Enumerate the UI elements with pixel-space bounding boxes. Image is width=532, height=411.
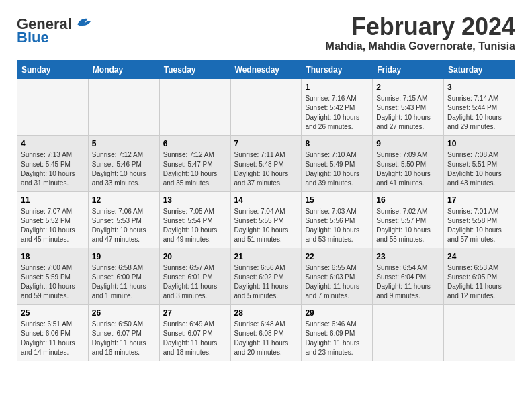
calendar-cell: 10Sunrise: 7:08 AM Sunset: 5:51 PM Dayli…	[444, 135, 515, 191]
day-info: Sunrise: 6:49 AM Sunset: 6:07 PM Dayligh…	[163, 320, 227, 357]
calendar-week-row: 18Sunrise: 7:00 AM Sunset: 5:59 PM Dayli…	[17, 248, 515, 304]
page-title: February 2024	[326, 13, 515, 40]
day-info: Sunrise: 7:09 AM Sunset: 5:50 PM Dayligh…	[376, 150, 440, 188]
day-number: 26	[92, 308, 156, 318]
day-number: 2	[376, 83, 440, 92]
calendar-cell: 15Sunrise: 7:03 AM Sunset: 5:56 PM Dayli…	[302, 191, 373, 248]
calendar-week-row: 11Sunrise: 7:07 AM Sunset: 5:52 PM Dayli…	[17, 191, 515, 248]
calendar-cell	[159, 79, 230, 135]
calendar-cell: 7Sunrise: 7:11 AM Sunset: 5:48 PM Daylig…	[230, 135, 302, 191]
day-info: Sunrise: 7:02 AM Sunset: 5:57 PM Dayligh…	[376, 207, 440, 244]
day-info: Sunrise: 7:06 AM Sunset: 5:53 PM Dayligh…	[92, 207, 156, 244]
calendar-cell: 20Sunrise: 6:57 AM Sunset: 6:01 PM Dayli…	[159, 248, 230, 304]
day-number: 19	[92, 252, 156, 261]
calendar-cell: 24Sunrise: 6:53 AM Sunset: 6:05 PM Dayli…	[444, 248, 515, 304]
calendar-cell: 23Sunrise: 6:54 AM Sunset: 6:04 PM Dayli…	[373, 248, 444, 304]
day-number: 14	[234, 195, 298, 205]
calendar-header-row: SundayMondayTuesdayWednesdayThursdayFrid…	[17, 60, 515, 79]
calendar-header-tuesday: Tuesday	[159, 60, 230, 79]
calendar-week-row: 25Sunrise: 6:51 AM Sunset: 6:06 PM Dayli…	[17, 304, 515, 361]
page-header: General Blue February 2024 Mahdia, Mahdi…	[17, 13, 515, 52]
day-info: Sunrise: 7:12 AM Sunset: 5:47 PM Dayligh…	[163, 150, 227, 188]
title-block: February 2024 Mahdia, Mahdia Governorate…	[326, 13, 515, 52]
day-number: 15	[305, 195, 369, 205]
calendar-cell: 12Sunrise: 7:06 AM Sunset: 5:53 PM Dayli…	[88, 191, 159, 248]
calendar-cell: 4Sunrise: 7:13 AM Sunset: 5:45 PM Daylig…	[17, 135, 89, 191]
day-info: Sunrise: 6:55 AM Sunset: 6:03 PM Dayligh…	[305, 263, 369, 301]
calendar-cell: 9Sunrise: 7:09 AM Sunset: 5:50 PM Daylig…	[373, 135, 444, 191]
day-number: 9	[376, 139, 440, 148]
calendar-cell: 21Sunrise: 6:56 AM Sunset: 6:02 PM Dayli…	[230, 248, 302, 304]
calendar-cell: 25Sunrise: 6:51 AM Sunset: 6:06 PM Dayli…	[17, 304, 89, 361]
calendar-table: SundayMondayTuesdayWednesdayThursdayFrid…	[17, 60, 515, 361]
calendar-cell: 1Sunrise: 7:16 AM Sunset: 5:42 PM Daylig…	[302, 79, 373, 135]
day-info: Sunrise: 6:56 AM Sunset: 6:02 PM Dayligh…	[234, 263, 298, 301]
day-info: Sunrise: 7:15 AM Sunset: 5:43 PM Dayligh…	[376, 94, 440, 132]
calendar-cell: 14Sunrise: 7:04 AM Sunset: 5:55 PM Dayli…	[230, 191, 302, 248]
day-info: Sunrise: 6:54 AM Sunset: 6:04 PM Dayligh…	[376, 263, 440, 301]
day-info: Sunrise: 6:57 AM Sunset: 6:01 PM Dayligh…	[163, 263, 227, 301]
calendar-cell: 27Sunrise: 6:49 AM Sunset: 6:07 PM Dayli…	[159, 304, 230, 361]
day-info: Sunrise: 7:04 AM Sunset: 5:55 PM Dayligh…	[234, 207, 298, 244]
calendar-cell: 22Sunrise: 6:55 AM Sunset: 6:03 PM Dayli…	[302, 248, 373, 304]
calendar-header-saturday: Saturday	[444, 60, 515, 79]
calendar-header-sunday: Sunday	[17, 60, 89, 79]
day-number: 12	[92, 195, 156, 205]
day-info: Sunrise: 7:16 AM Sunset: 5:42 PM Dayligh…	[305, 94, 369, 132]
day-number: 21	[234, 252, 298, 261]
logo-line2: Blue	[17, 29, 49, 46]
day-number: 6	[163, 139, 227, 148]
calendar-cell: 16Sunrise: 7:02 AM Sunset: 5:57 PM Dayli…	[373, 191, 444, 248]
day-number: 25	[21, 308, 85, 318]
day-number: 11	[21, 195, 85, 205]
day-info: Sunrise: 7:12 AM Sunset: 5:46 PM Dayligh…	[92, 150, 156, 188]
day-number: 22	[305, 252, 369, 261]
day-number: 20	[163, 252, 227, 261]
logo: General Blue	[17, 16, 93, 46]
day-info: Sunrise: 7:00 AM Sunset: 5:59 PM Dayligh…	[21, 263, 85, 301]
calendar-week-row: 4Sunrise: 7:13 AM Sunset: 5:45 PM Daylig…	[17, 135, 515, 191]
day-info: Sunrise: 7:13 AM Sunset: 5:45 PM Dayligh…	[21, 150, 85, 188]
day-number: 7	[234, 139, 298, 148]
calendar-cell: 6Sunrise: 7:12 AM Sunset: 5:47 PM Daylig…	[159, 135, 230, 191]
day-info: Sunrise: 6:53 AM Sunset: 6:05 PM Dayligh…	[447, 263, 511, 301]
calendar-week-row: 1Sunrise: 7:16 AM Sunset: 5:42 PM Daylig…	[17, 79, 515, 135]
day-info: Sunrise: 6:58 AM Sunset: 6:00 PM Dayligh…	[92, 263, 156, 301]
calendar-cell	[444, 304, 515, 361]
day-number: 29	[305, 308, 369, 318]
day-number: 5	[92, 139, 156, 148]
day-info: Sunrise: 7:14 AM Sunset: 5:44 PM Dayligh…	[447, 94, 511, 132]
day-info: Sunrise: 7:07 AM Sunset: 5:52 PM Dayligh…	[21, 207, 85, 244]
day-info: Sunrise: 6:50 AM Sunset: 6:07 PM Dayligh…	[92, 320, 156, 357]
day-number: 17	[447, 195, 511, 205]
day-info: Sunrise: 7:08 AM Sunset: 5:51 PM Dayligh…	[447, 150, 511, 188]
calendar-header-friday: Friday	[373, 60, 444, 79]
day-number: 23	[376, 252, 440, 261]
calendar-header-wednesday: Wednesday	[230, 60, 302, 79]
page-subtitle: Mahdia, Mahdia Governorate, Tunisia	[326, 40, 515, 52]
calendar-header-thursday: Thursday	[302, 60, 373, 79]
day-number: 8	[305, 139, 369, 148]
day-info: Sunrise: 7:01 AM Sunset: 5:58 PM Dayligh…	[447, 207, 511, 244]
calendar-cell: 5Sunrise: 7:12 AM Sunset: 5:46 PM Daylig…	[88, 135, 159, 191]
day-number: 27	[163, 308, 227, 318]
day-number: 10	[447, 139, 511, 148]
calendar-cell: 13Sunrise: 7:05 AM Sunset: 5:54 PM Dayli…	[159, 191, 230, 248]
calendar-cell	[230, 79, 302, 135]
calendar-cell: 8Sunrise: 7:10 AM Sunset: 5:49 PM Daylig…	[302, 135, 373, 191]
calendar-cell: 11Sunrise: 7:07 AM Sunset: 5:52 PM Dayli…	[17, 191, 89, 248]
calendar-cell	[88, 79, 159, 135]
calendar-cell	[373, 304, 444, 361]
day-info: Sunrise: 7:11 AM Sunset: 5:48 PM Dayligh…	[234, 150, 298, 188]
day-number: 3	[447, 83, 511, 92]
calendar-cell: 2Sunrise: 7:15 AM Sunset: 5:43 PM Daylig…	[373, 79, 444, 135]
day-info: Sunrise: 6:48 AM Sunset: 6:08 PM Dayligh…	[234, 320, 298, 357]
calendar-cell: 26Sunrise: 6:50 AM Sunset: 6:07 PM Dayli…	[88, 304, 159, 361]
day-info: Sunrise: 6:46 AM Sunset: 6:09 PM Dayligh…	[305, 320, 369, 357]
day-info: Sunrise: 7:05 AM Sunset: 5:54 PM Dayligh…	[163, 207, 227, 244]
day-number: 24	[447, 252, 511, 261]
calendar-cell: 3Sunrise: 7:14 AM Sunset: 5:44 PM Daylig…	[444, 79, 515, 135]
calendar-header-monday: Monday	[88, 60, 159, 79]
day-number: 18	[21, 252, 85, 261]
logo-bird-icon	[75, 15, 93, 30]
